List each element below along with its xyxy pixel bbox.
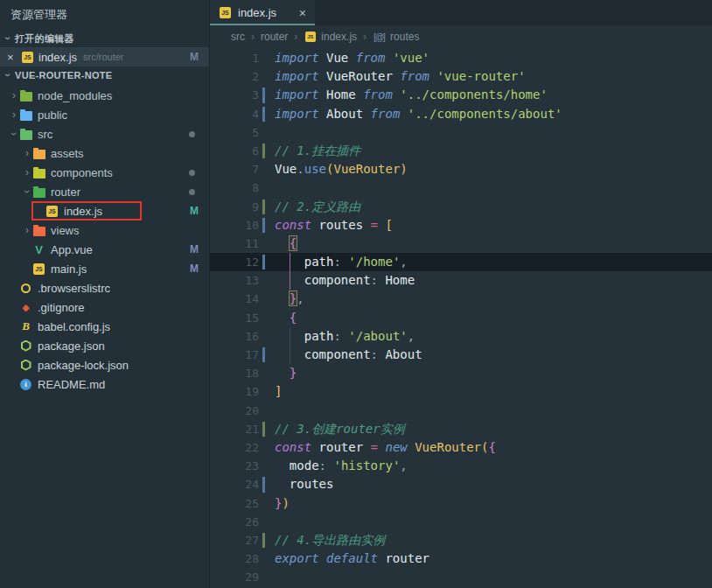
chevron-down-icon: › xyxy=(8,129,20,139)
code-line-26[interactable]: 26 xyxy=(210,513,712,531)
code-line-22[interactable]: 22const router = new VueRouter({ xyxy=(210,438,712,457)
tree-item-label: .browserslistrc xyxy=(38,282,110,295)
babel-file-icon: B xyxy=(19,321,32,332)
explorer-sidebar: 资源管理器 › 打开的编辑器 × JS index.js src/router … xyxy=(0,0,210,588)
modified-dot-badge xyxy=(189,170,195,176)
tree-item-label: README.md xyxy=(38,378,105,391)
code-line-27[interactable]: 27// 4.导出路由实例 xyxy=(210,531,712,550)
tree-item-label: index.js xyxy=(64,205,102,218)
tree-item-router[interactable]: ›router xyxy=(0,182,209,201)
chevron-right-icon: › xyxy=(9,89,19,102)
tree-item-index-js[interactable]: JSindex.jsM xyxy=(0,201,209,220)
code-line-8[interactable]: 8 xyxy=(210,178,712,197)
open-editor-item[interactable]: × JS index.js src/router M xyxy=(0,47,209,66)
tab-indexjs[interactable]: JS index.js × xyxy=(210,0,315,25)
tree-item-label: views xyxy=(51,224,80,237)
code-line-18[interactable]: 18 } xyxy=(210,364,712,382)
breadcrumb-item-src[interactable]: src xyxy=(231,31,245,43)
code-line-7[interactable]: 7Vue.use(VueRouter) xyxy=(210,160,712,178)
code-editor[interactable]: 1import Vue from 'vue'2import VueRouter … xyxy=(210,48,712,588)
tree-item-label: babel.config.js xyxy=(38,320,110,333)
code-line-21[interactable]: 21// 3.创建router实例 xyxy=(210,420,712,438)
breadcrumb-item-router[interactable]: router xyxy=(261,31,288,43)
tree-item-babel-config-js[interactable]: Bbabel.config.js xyxy=(0,317,209,336)
chevron-right-icon: › xyxy=(22,166,32,178)
tab-bar: JS index.js × xyxy=(210,0,712,25)
tree-item-readme-md[interactable]: iREADME.md xyxy=(0,374,209,394)
code-line-13[interactable]: 13 component: Home xyxy=(210,271,712,290)
open-editor-path: src/router xyxy=(83,52,123,62)
js-file-icon: JS xyxy=(22,52,33,63)
code-line-24[interactable]: 24 routes xyxy=(210,475,712,494)
tree-item-package-lock-json[interactable]: package-lock.json xyxy=(0,355,209,374)
chevron-right-icon: › xyxy=(22,224,32,236)
code-line-17[interactable]: 17 component: About xyxy=(210,346,712,364)
folder-icon xyxy=(32,148,45,159)
modified-badge: M xyxy=(190,262,199,275)
js-file-icon: JS xyxy=(220,7,231,18)
code-line-10[interactable]: 10const routes = [ xyxy=(210,216,712,234)
close-icon[interactable]: × xyxy=(7,51,21,64)
code-line-5[interactable]: 5 xyxy=(210,123,712,142)
breadcrumb-item-index-js[interactable]: JSindex.js xyxy=(304,31,357,43)
open-editors-header[interactable]: › 打开的编辑器 xyxy=(0,30,209,47)
code-line-4[interactable]: 4import About from '../components/about' xyxy=(210,105,712,123)
code-line-16[interactable]: 16 path: '/about', xyxy=(210,327,712,346)
code-line-23[interactable]: 23 mode: 'history', xyxy=(210,457,712,475)
code-line-19[interactable]: 19] xyxy=(210,382,712,401)
chevron-down-icon: › xyxy=(2,70,14,80)
modified-dot-badge xyxy=(189,131,195,137)
tree-item-main-js[interactable]: JSmain.jsM xyxy=(0,259,209,278)
tree-item-label: public xyxy=(38,108,67,122)
tree-item-label: App.vue xyxy=(51,243,93,256)
explorer-title: 资源管理器 xyxy=(0,0,209,30)
open-editor-name: index.js xyxy=(38,51,77,64)
tree-item-label: package-lock.json xyxy=(38,359,129,372)
chevron-right-icon: › xyxy=(9,108,19,121)
folder-icon xyxy=(19,90,32,102)
js-file-icon: JS xyxy=(32,263,45,275)
code-line-25[interactable]: 25}) xyxy=(210,494,712,513)
tree-item-app-vue[interactable]: VApp.vueM xyxy=(0,240,209,259)
breadcrumb-item-routes[interactable]: [@]routes xyxy=(373,31,419,43)
tree-item-label: node_modules xyxy=(38,89,112,102)
tree-item-views[interactable]: ›views xyxy=(0,220,209,240)
code-line-6[interactable]: 6// 1.挂在插件 xyxy=(210,142,712,160)
code-line-29[interactable]: 29 xyxy=(210,568,712,586)
breadcrumb-separator: › xyxy=(363,31,366,43)
code-line-1[interactable]: 1import Vue from 'vue' xyxy=(210,49,712,67)
tab-close-icon[interactable]: × xyxy=(299,6,306,20)
code-line-12[interactable]: 12 path: '/home', xyxy=(210,253,712,271)
project-section-header[interactable]: › VUE-ROUTER-NOTE xyxy=(0,66,209,84)
chevron-down-icon: › xyxy=(2,33,14,44)
code-line-11[interactable]: 11 { xyxy=(210,234,712,253)
code-line-3[interactable]: 3import Home from '../components/home' xyxy=(210,86,712,104)
folder-icon xyxy=(19,109,32,121)
code-line-20[interactable]: 20 xyxy=(210,402,712,420)
folder-icon xyxy=(32,167,45,178)
breadcrumb-separator: › xyxy=(294,31,297,43)
vue-file-icon: V xyxy=(32,244,45,256)
tree-item-assets[interactable]: ›assets xyxy=(0,144,209,163)
tree-item-src[interactable]: ›src xyxy=(0,124,209,144)
tree-item-node-modules[interactable]: ›node_modules xyxy=(0,86,209,105)
breadcrumb: src›router›JSindex.js›[@]routes xyxy=(210,25,712,48)
npm-file-icon xyxy=(19,340,32,352)
browserslist-file-icon xyxy=(19,283,32,294)
code-line-9[interactable]: 9// 2.定义路由 xyxy=(210,198,712,216)
code-line-28[interactable]: 28export default router xyxy=(210,550,712,568)
tree-item-components[interactable]: ›components xyxy=(0,163,209,182)
tree-item-public[interactable]: ›public xyxy=(0,105,209,124)
code-line-2[interactable]: 2import VueRouter from 'vue-router' xyxy=(210,67,712,86)
chevron-right-icon: › xyxy=(22,147,32,159)
code-line-14[interactable]: 14 }, xyxy=(210,290,712,308)
code-line-15[interactable]: 15 { xyxy=(210,309,712,327)
tree-item--browserslistrc[interactable]: .browserslistrc xyxy=(0,278,209,298)
tree-item-package-json[interactable]: package.json xyxy=(0,336,209,355)
modified-badge: M xyxy=(190,243,199,256)
tree-item-label: router xyxy=(51,186,80,199)
modified-badge: M xyxy=(190,205,199,217)
editor-pane: JS index.js × src›router›JSindex.js›[@]r… xyxy=(210,0,712,588)
symbol-variable-icon: [@] xyxy=(373,32,386,43)
tree-item--gitignore[interactable]: ◆.gitignore xyxy=(0,298,209,317)
